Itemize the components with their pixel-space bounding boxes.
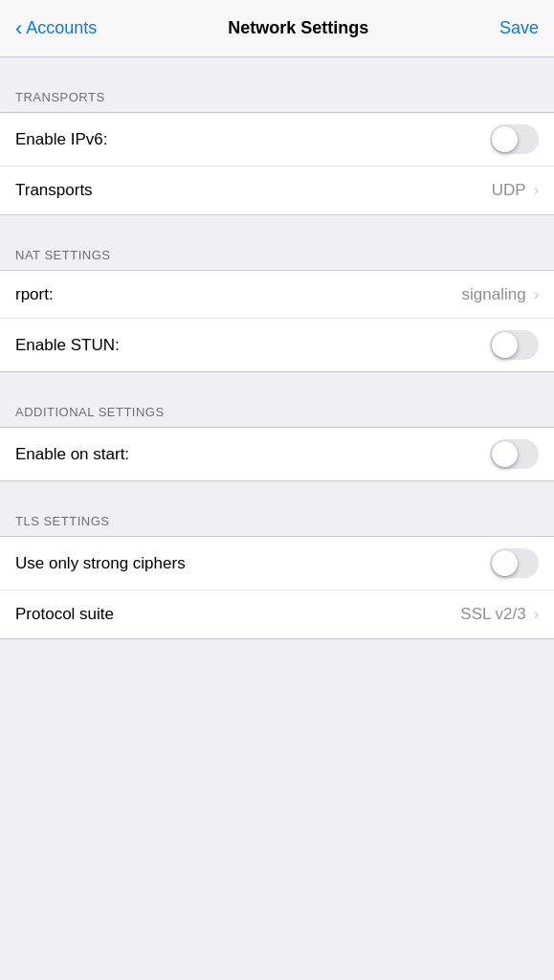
spacer-additional: [0, 372, 554, 391]
back-label: Accounts: [26, 18, 97, 38]
protocol-suite-row[interactable]: Protocol suite SSL v2/3 ›: [0, 590, 554, 638]
transports-row[interactable]: Transports UDP ›: [0, 167, 554, 214]
chevron-right-icon: ›: [534, 286, 539, 303]
toggle-track: [490, 439, 539, 469]
section-header-transports: TRANSPORTS: [0, 77, 554, 112]
strong-ciphers-label: Use only strong ciphers: [15, 554, 186, 573]
strong-ciphers-row: Use only strong ciphers: [0, 537, 554, 590]
back-button[interactable]: ‹ Accounts: [15, 16, 97, 41]
rport-row[interactable]: rport: signaling ›: [0, 271, 554, 319]
spacer-nat: [0, 215, 554, 234]
enable-on-start-label: Enable on start:: [15, 445, 129, 464]
toggle-thumb: [492, 550, 518, 576]
protocol-suite-label: Protocol suite: [15, 605, 114, 624]
transports-current-value: UDP: [492, 181, 526, 200]
enable-ipv6-toggle[interactable]: [490, 124, 539, 154]
transports-group: Enable IPv6: Transports UDP ›: [0, 112, 554, 215]
save-button[interactable]: Save: [499, 18, 539, 38]
nat-settings-group: rport: signaling › Enable STUN:: [0, 270, 554, 372]
rport-label: rport:: [15, 285, 54, 304]
enable-stun-label: Enable STUN:: [15, 336, 120, 355]
enable-on-start-row: Enable on start:: [0, 428, 554, 480]
page-title: Network Settings: [228, 18, 368, 38]
enable-ipv6-label: Enable IPv6:: [15, 130, 107, 149]
section-header-additional: ADDITIONAL SETTINGS: [0, 391, 554, 427]
tls-settings-group: Use only strong ciphers Protocol suite S…: [0, 536, 554, 639]
strong-ciphers-toggle[interactable]: [490, 548, 539, 578]
toggle-thumb: [492, 441, 518, 467]
toggle-track: [490, 330, 539, 360]
transports-value: UDP ›: [492, 181, 539, 200]
section-header-nat: NAT SETTINGS: [0, 234, 554, 270]
additional-settings-group: Enable on start:: [0, 427, 554, 481]
rport-current-value: signaling: [462, 285, 526, 304]
section-header-tls: TLS SETTINGS: [0, 501, 554, 536]
navigation-bar: ‹ Accounts Network Settings Save: [0, 0, 554, 57]
protocol-suite-current-value: SSL v2/3: [460, 605, 525, 624]
chevron-right-icon: ›: [534, 606, 539, 623]
toggle-thumb: [492, 126, 518, 152]
rport-value: signaling ›: [462, 285, 539, 304]
transports-label: Transports: [15, 181, 93, 200]
enable-stun-row: Enable STUN:: [0, 319, 554, 371]
toggle-track: [490, 548, 539, 578]
chevron-left-icon: ‹: [15, 16, 22, 41]
toggle-thumb: [492, 332, 518, 358]
spacer-tls: [0, 481, 554, 501]
enable-ipv6-row: Enable IPv6:: [0, 113, 554, 167]
toggle-track: [490, 124, 539, 154]
enable-stun-toggle[interactable]: [490, 330, 539, 360]
bottom-spacer: [0, 639, 554, 735]
chevron-right-icon: ›: [534, 182, 539, 199]
spacer-transports: [0, 57, 554, 77]
protocol-suite-value: SSL v2/3 ›: [460, 605, 539, 624]
enable-on-start-toggle[interactable]: [490, 439, 539, 469]
